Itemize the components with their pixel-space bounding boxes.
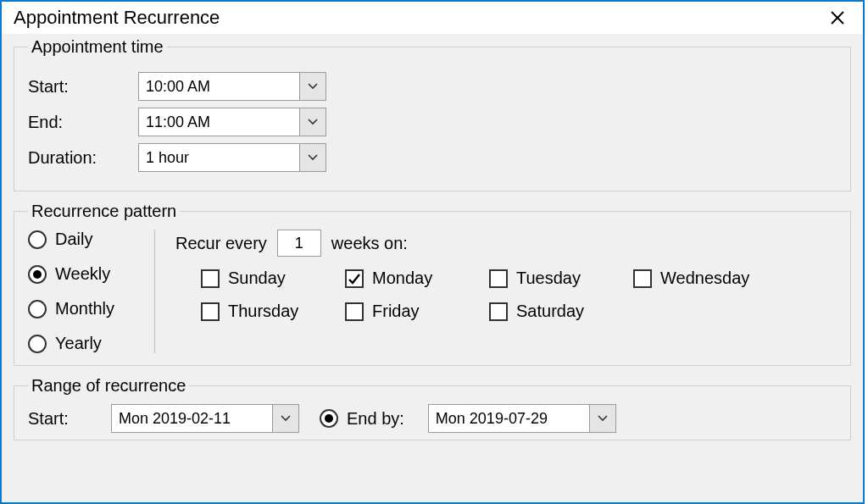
- end-time-dropdown-button[interactable]: [299, 108, 326, 136]
- checkbox-icon: [489, 269, 508, 288]
- check-tuesday[interactable]: Tuesday: [489, 269, 633, 288]
- check-wednesday[interactable]: Wednesday: [633, 269, 777, 288]
- radio-yearly-label: Yearly: [55, 334, 102, 353]
- window-title: Appointment Recurrence: [14, 7, 220, 29]
- chevron-down-icon: [308, 119, 318, 125]
- end-time-label: End:: [28, 113, 138, 132]
- checkbox-icon: [201, 302, 220, 321]
- duration-input[interactable]: [138, 143, 299, 172]
- chevron-down-icon: [598, 415, 608, 422]
- radio-monthly[interactable]: Monthly: [28, 299, 134, 318]
- chevron-down-icon: [308, 154, 318, 161]
- chevron-down-icon: [281, 415, 291, 422]
- start-time-combo[interactable]: [138, 72, 326, 101]
- check-thursday[interactable]: Thursday: [201, 302, 345, 321]
- check-tuesday-label: Tuesday: [516, 269, 581, 288]
- radio-end-by-label: End by:: [347, 409, 404, 429]
- radio-daily[interactable]: Daily: [28, 230, 134, 249]
- start-time-label: Start:: [28, 77, 138, 97]
- radio-end-by[interactable]: End by:: [320, 409, 404, 429]
- end-by-dropdown-button[interactable]: [589, 404, 616, 433]
- appointment-time-group: Appointment time Start: End:: [14, 37, 851, 191]
- start-time-input[interactable]: [138, 72, 299, 101]
- checkbox-icon: [345, 269, 364, 288]
- duration-dropdown-button[interactable]: [299, 143, 326, 172]
- appointment-time-legend: Appointment time: [28, 37, 167, 57]
- close-icon: [830, 10, 845, 25]
- radio-icon: [28, 230, 47, 249]
- recur-every-suffix: weeks on:: [331, 234, 408, 253]
- radio-weekly[interactable]: Weekly: [28, 264, 134, 284]
- range-start-dropdown-button[interactable]: [272, 404, 299, 433]
- radio-yearly[interactable]: Yearly: [28, 334, 134, 353]
- check-saturday-label: Saturday: [516, 302, 584, 321]
- radio-icon: [320, 409, 338, 428]
- check-friday-label: Friday: [372, 302, 420, 321]
- recur-every-prefix: Recur every: [175, 234, 267, 253]
- weekly-detail-column: Recur every weeks on: Sunday: [155, 230, 837, 353]
- range-start-label: Start:: [28, 409, 96, 429]
- radio-icon: [28, 300, 47, 318]
- end-time-input[interactable]: [138, 108, 299, 136]
- checkbox-icon: [201, 269, 220, 288]
- recurrence-pattern-group: Recurrence pattern Daily Weekly Monthly: [14, 202, 851, 366]
- duration-label: Duration:: [28, 148, 138, 168]
- radio-daily-label: Daily: [55, 230, 92, 249]
- chevron-down-icon: [308, 83, 318, 90]
- start-time-dropdown-button[interactable]: [299, 72, 326, 101]
- check-thursday-label: Thursday: [228, 302, 298, 321]
- check-wednesday-label: Wednesday: [660, 269, 749, 288]
- end-by-date-input[interactable]: [428, 404, 589, 433]
- radio-monthly-label: Monthly: [55, 299, 114, 318]
- days-of-week-grid: Sunday Monday Tuesday: [201, 269, 837, 321]
- checkbox-icon: [345, 302, 364, 321]
- check-monday-label: Monday: [372, 269, 432, 288]
- radio-dot-icon: [325, 414, 333, 423]
- check-friday[interactable]: Friday: [345, 302, 489, 321]
- checkmark-icon: [348, 272, 361, 285]
- check-sunday[interactable]: Sunday: [201, 269, 345, 288]
- range-start-input[interactable]: [111, 404, 272, 433]
- recur-every-input[interactable]: [277, 230, 321, 257]
- radio-icon: [28, 335, 47, 353]
- check-monday[interactable]: Monday: [345, 269, 489, 288]
- duration-combo[interactable]: [138, 143, 326, 172]
- end-time-combo[interactable]: [138, 108, 326, 136]
- appointment-recurrence-dialog: Appointment Recurrence Appointment time …: [0, 0, 865, 504]
- range-of-recurrence-group: Range of recurrence Start: End by:: [14, 376, 851, 440]
- close-button[interactable]: [821, 10, 854, 25]
- checkbox-icon: [489, 302, 508, 321]
- titlebar: Appointment Recurrence: [2, 2, 863, 34]
- frequency-column: Daily Weekly Monthly Yearly: [28, 230, 155, 353]
- radio-weekly-label: Weekly: [55, 264, 110, 284]
- check-sunday-label: Sunday: [228, 269, 286, 288]
- range-start-combo[interactable]: [111, 404, 299, 433]
- recurrence-pattern-legend: Recurrence pattern: [28, 202, 180, 221]
- range-legend: Range of recurrence: [28, 376, 189, 396]
- check-saturday[interactable]: Saturday: [489, 302, 633, 321]
- checkbox-icon: [633, 269, 652, 288]
- dialog-body: Appointment time Start: End:: [2, 34, 863, 502]
- radio-icon: [28, 265, 47, 284]
- end-by-date-combo[interactable]: [428, 404, 616, 433]
- radio-dot-icon: [33, 270, 42, 279]
